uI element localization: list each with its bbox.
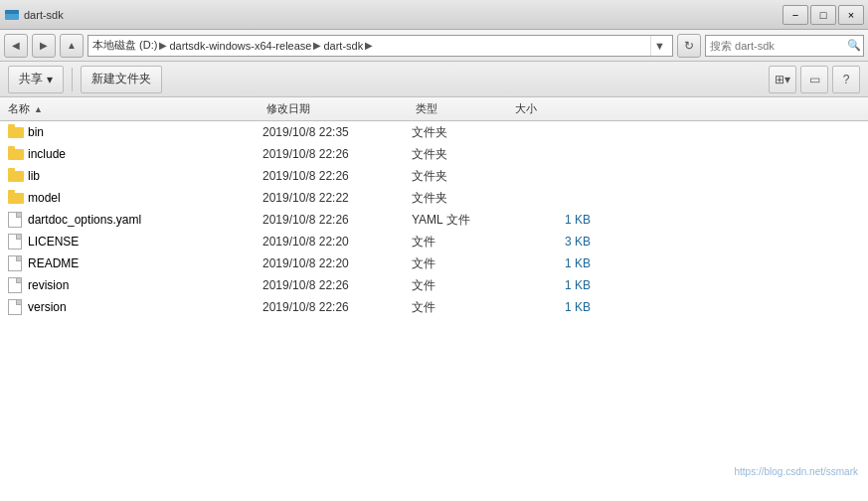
forward-button[interactable]: ▶ [32,34,56,58]
file-date: 2019/10/8 22:22 [262,191,412,205]
pane-button[interactable]: ▭ [800,66,828,93]
search-box[interactable]: 🔍 [705,35,864,57]
file-size: 1 KB [511,213,591,227]
file-date: 2019/10/8 22:26 [262,213,412,227]
table-row[interactable]: README2019/10/8 22:20文件1 KB [0,252,868,274]
file-name: model [28,191,262,205]
file-size: 1 KB [511,256,591,270]
file-type: 文件夹 [412,124,511,141]
view-icon: ⊞ [775,73,784,86]
address-path-box[interactable]: 本地磁盘 (D:) ▶ dartsdk-windows-x64-release … [87,35,673,57]
file-type: 文件 [412,255,511,272]
table-row[interactable]: include2019/10/8 22:26文件夹 [0,143,868,165]
help-button[interactable]: ? [832,66,860,93]
file-size: 3 KB [511,235,591,249]
table-row[interactable]: dartdoc_options.yaml2019/10/8 22:26YAML … [0,209,868,231]
file-list[interactable]: bin2019/10/8 22:35文件夹include2019/10/8 22… [0,121,868,501]
file-name: README [28,256,262,270]
path-dropdown-button[interactable]: ▼ [650,36,668,56]
file-icon [8,277,24,293]
path-sep-2: ▶ [313,40,321,51]
col-name-header[interactable]: 名称 ▲ [8,101,266,116]
file-icon [8,234,24,250]
file-date: 2019/10/8 22:20 [262,235,412,249]
file-date: 2019/10/8 22:26 [262,169,412,183]
file-name: revision [28,278,262,292]
file-name: LICENSE [28,235,262,249]
toolbar-right: ⊞▾ ▭ ? [769,66,860,93]
title-bar: dart-sdk − □ × [0,0,868,30]
folder-icon [8,146,24,162]
svg-rect-1 [5,10,19,14]
table-row[interactable]: revision2019/10/8 22:26文件1 KB [0,274,868,296]
file-type: YAML 文件 [412,212,511,229]
path-sep-3: ▶ [365,40,373,51]
folder-icon [8,168,24,184]
path-segments: 本地磁盘 (D:) ▶ dartsdk-windows-x64-release … [92,38,650,53]
window-title: dart-sdk [24,9,64,21]
file-name: include [28,147,262,161]
share-button[interactable]: 共享 ▾ [8,66,64,93]
file-date: 2019/10/8 22:26 [262,300,412,314]
address-bar: ◀ ▶ ▲ 本地磁盘 (D:) ▶ dartsdk-windows-x64-re… [0,30,868,62]
file-date: 2019/10/8 22:26 [262,278,412,292]
file-type: 文件 [412,277,511,294]
file-date: 2019/10/8 22:20 [262,256,412,270]
file-name: version [28,300,262,314]
toolbar: 共享 ▾ 新建文件夹 ⊞▾ ▭ ? [0,62,868,97]
path-part1: dartsdk-windows-x64-release [169,40,311,52]
col-date-header[interactable]: 修改日期 [266,101,416,116]
col-name-label: 名称 [8,101,30,116]
window-controls: − □ × [782,5,864,25]
share-arrow: ▾ [47,73,53,86]
file-size: 1 KB [511,278,591,292]
col-name-sort-arrow: ▲ [34,104,43,114]
folder-icon [8,190,24,206]
view-options-button[interactable]: ⊞▾ [769,66,796,93]
new-folder-button[interactable]: 新建文件夹 [81,66,162,93]
file-name: bin [28,125,262,139]
file-icon [8,212,24,228]
close-button[interactable]: × [838,5,864,25]
file-type: 文件 [412,299,511,316]
file-date: 2019/10/8 22:35 [262,125,412,139]
column-header: 名称 ▲ 修改日期 类型 大小 [0,97,868,121]
file-type: 文件 [412,234,511,250]
file-name: dartdoc_options.yaml [28,213,262,227]
path-sep-1: ▶ [159,40,167,51]
window-icon [4,7,20,23]
file-type: 文件夹 [412,146,511,163]
file-size: 1 KB [511,300,591,314]
new-folder-label: 新建文件夹 [91,71,151,87]
refresh-button[interactable]: ↻ [677,34,701,58]
up-button[interactable]: ▲ [60,34,84,58]
folder-icon [8,124,24,140]
table-row[interactable]: LICENSE2019/10/8 22:20文件3 KB [0,231,868,252]
file-type: 文件夹 [412,190,511,207]
search-input[interactable] [710,40,847,52]
file-date: 2019/10/8 22:26 [262,147,412,161]
file-icon [8,255,24,271]
toolbar-separator [72,68,73,91]
file-type: 文件夹 [412,168,511,185]
title-bar-left: dart-sdk [4,7,64,23]
watermark: https://blog.csdn.net/ssmark [734,466,858,477]
minimize-button[interactable]: − [782,5,808,25]
table-row[interactable]: version2019/10/8 22:26文件1 KB [0,296,868,318]
search-icon[interactable]: 🔍 [847,39,861,52]
maximize-button[interactable]: □ [810,5,836,25]
table-row[interactable]: bin2019/10/8 22:35文件夹 [0,121,868,143]
path-part2: dart-sdk [323,40,363,52]
pane-icon: ▭ [809,73,820,86]
col-type-header[interactable]: 类型 [416,101,515,116]
table-row[interactable]: lib2019/10/8 22:26文件夹 [0,165,868,187]
table-row[interactable]: model2019/10/8 22:22文件夹 [0,187,868,209]
col-size-header[interactable]: 大小 [515,101,595,116]
help-icon: ? [843,73,850,86]
share-label: 共享 [19,71,43,87]
file-icon [8,299,24,315]
back-button[interactable]: ◀ [4,34,28,58]
content-area: 名称 ▲ 修改日期 类型 大小 bin2019/10/8 22:35文件夹inc… [0,97,868,501]
file-name: lib [28,169,262,183]
path-drive: 本地磁盘 (D:) [92,38,157,53]
